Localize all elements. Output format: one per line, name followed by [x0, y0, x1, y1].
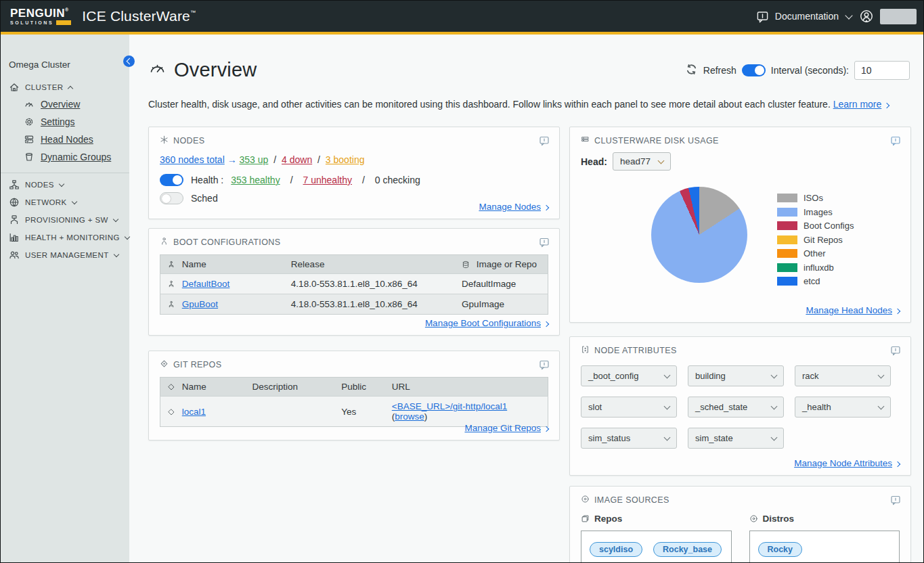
- bucket-icon: [24, 152, 35, 162]
- panel-help-icon[interactable]: [890, 135, 901, 148]
- boot-config-link[interactable]: GpuBoot: [182, 299, 218, 309]
- sidebar-section-user-management[interactable]: USER MANAGEMENT: [1, 246, 129, 264]
- manage-head-nodes-link[interactable]: Manage Head Nodes: [806, 305, 892, 315]
- chevron-down-icon: [113, 216, 118, 221]
- chevron-down-icon: [878, 371, 885, 378]
- git-repos-panel: GIT REPOS Name: [148, 351, 560, 441]
- chevron-down-icon: [771, 434, 778, 441]
- manage-nodes-link[interactable]: Manage Nodes: [479, 202, 541, 212]
- nodes-booting-link[interactable]: 3 booting: [326, 154, 365, 165]
- interval-input[interactable]: [854, 61, 910, 80]
- git-icon: [167, 408, 175, 416]
- chevron-down-icon[interactable]: [845, 12, 852, 19]
- sidebar-collapse-button[interactable]: [123, 55, 135, 67]
- boot-config-link[interactable]: DefaultBoot: [182, 279, 230, 289]
- account-icon[interactable]: [859, 9, 874, 24]
- git-repo-link[interactable]: local1: [182, 407, 206, 417]
- gear-icon: [24, 116, 35, 127]
- legend-item: influxdb: [777, 263, 854, 273]
- repo-pill[interactable]: Rocky_base: [653, 542, 722, 557]
- sidebar-section-provisioning[interactable]: PROVISIONING + SW: [1, 211, 129, 229]
- sidebar-section-health[interactable]: HEALTH + MONITORING: [1, 229, 129, 246]
- product-title: ICE ClusterWare™: [82, 8, 196, 24]
- attribute-select[interactable]: building: [688, 365, 784, 386]
- manage-boot-configurations-link[interactable]: Manage Boot Configurations: [425, 318, 541, 328]
- sidebar-section-network[interactable]: NETWORK: [1, 194, 129, 211]
- table-row: local1 Yes <BASE_URL>/git-http/local1 (b…: [160, 397, 548, 427]
- boot-configurations-table: Name Release Image or Repo: [160, 254, 548, 315]
- legend-swatch: [777, 263, 797, 272]
- repo-pill[interactable]: scyldiso: [590, 542, 642, 557]
- nodes-total-link[interactable]: 360 nodes total: [160, 154, 225, 165]
- sidebar: Omega Cluster CLUSTER Overview Setti: [1, 35, 129, 562]
- boot-configurations-panel: BOOT CONFIGURATIONS Name: [148, 228, 560, 336]
- user-name-redacted[interactable]: [880, 9, 917, 24]
- sidebar-item-head-nodes[interactable]: Head Nodes: [1, 131, 129, 148]
- registered-mark: ®: [65, 7, 69, 12]
- panel-help-icon[interactable]: [539, 359, 550, 372]
- git-url-link[interactable]: <BASE_URL>/git-http/local1: [392, 401, 507, 411]
- git-browse-link[interactable]: browse: [395, 411, 424, 422]
- refresh-controls: Refresh Interval (seconds):: [685, 61, 910, 80]
- head-node-select[interactable]: head77: [613, 152, 671, 171]
- topbar-actions: Documentation: [756, 9, 917, 24]
- nodes-down-link[interactable]: 4 down: [282, 154, 312, 165]
- chevron-right-icon: [884, 103, 889, 108]
- table-row: GpuBoot 4.18.0-553.81.1.el8_10.x86_64 Gp…: [160, 294, 548, 315]
- manage-git-repos-link[interactable]: Manage Git Repos: [464, 423, 541, 433]
- nodes-unhealthy-link[interactable]: 7 unhealthy: [303, 175, 352, 185]
- distros-box: Rocky: [749, 531, 900, 562]
- refresh-toggle[interactable]: [742, 64, 766, 76]
- nodes-up-link[interactable]: 353 up: [240, 154, 269, 165]
- tree-icon: [167, 261, 175, 269]
- chevron-down-icon: [113, 251, 118, 256]
- legend-item: etcd: [777, 276, 854, 286]
- manage-node-attributes-link[interactable]: Manage Node Attributes: [794, 458, 892, 468]
- sidebar-item-dynamic-groups[interactable]: Dynamic Groups: [1, 148, 129, 166]
- nodes-summary: 360 nodes total → 353 up / 4 down / 3 bo…: [160, 154, 548, 165]
- cluster-name: Omega Cluster: [9, 60, 70, 70]
- git-repos-table: Name Description Public URL: [160, 377, 548, 427]
- panel-help-icon[interactable]: [539, 237, 550, 250]
- refresh-icon[interactable]: [685, 63, 698, 78]
- panel-help-icon[interactable]: [890, 495, 901, 508]
- nodes-panel-icon: [160, 135, 169, 146]
- page-description: Cluster health, disk usage, and other ac…: [148, 99, 910, 110]
- attribute-select[interactable]: _health: [795, 397, 891, 418]
- sidebar-section-nodes[interactable]: NODES: [1, 176, 129, 194]
- attribute-select[interactable]: _sched_state: [688, 397, 784, 418]
- health-label: Health :: [191, 175, 223, 185]
- sidebar-item-settings[interactable]: Settings: [1, 113, 129, 131]
- distro-pill[interactable]: Rocky: [758, 542, 803, 557]
- attribute-select[interactable]: _boot_config: [581, 365, 677, 386]
- legend-item: Boot Configs: [777, 221, 854, 231]
- head-label: Head:: [581, 156, 607, 167]
- gauge-icon: [148, 60, 167, 81]
- health-toggle[interactable]: [160, 174, 183, 186]
- chevron-down-icon: [664, 371, 671, 378]
- trademark: ™: [190, 9, 196, 16]
- sched-toggle[interactable]: [160, 192, 183, 204]
- disk-panel-icon: [581, 135, 590, 146]
- attribute-select[interactable]: sim_status: [581, 428, 677, 449]
- disk-usage-pie: [651, 187, 747, 283]
- sidebar-group-cluster[interactable]: CLUSTER: [1, 79, 129, 95]
- attribute-select[interactable]: sim_state: [688, 428, 784, 449]
- users-icon: [9, 250, 20, 261]
- panel-help-icon[interactable]: [539, 135, 550, 148]
- learn-more-link[interactable]: Learn more: [833, 99, 882, 110]
- panel-help-icon[interactable]: [890, 345, 901, 358]
- legend-item: Other: [777, 248, 854, 258]
- nodes-healthy-link[interactable]: 353 healthy: [231, 175, 280, 185]
- attribute-select[interactable]: rack: [795, 365, 891, 386]
- legend-item: Images: [777, 207, 854, 217]
- chevron-down-icon: [878, 403, 885, 409]
- documentation-link[interactable]: Documentation: [775, 11, 839, 22]
- sidebar-item-overview[interactable]: Overview: [1, 95, 129, 113]
- table-row: DefaultBoot 4.18.0-553.81.1.el8_10.x86_6…: [160, 274, 548, 294]
- disk-usage-legend: ISOsImagesBoot ConfigsGit ReposOtherinfl…: [777, 187, 854, 286]
- refresh-label: Refresh: [703, 65, 736, 76]
- attribute-select[interactable]: slot: [581, 397, 677, 418]
- chevron-down-icon: [771, 403, 778, 409]
- documentation-icon[interactable]: [756, 10, 769, 23]
